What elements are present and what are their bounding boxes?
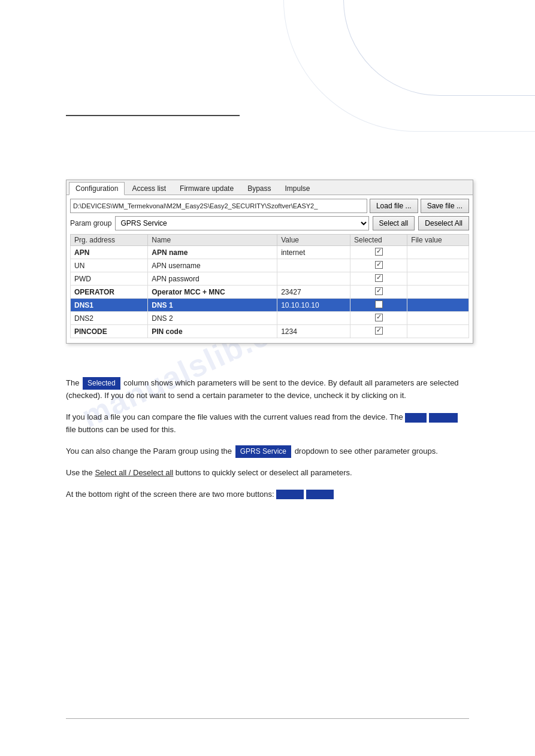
cell-selected[interactable] (350, 272, 407, 286)
cell-value: internet (277, 246, 350, 259)
cell-file-value (407, 286, 469, 299)
tab-configuration[interactable]: Configuration (69, 182, 125, 195)
table-row[interactable]: OPERATOROperator MCC + MNC23427 (71, 286, 469, 299)
read-block (276, 490, 304, 499)
cell-value: 1234 (277, 325, 350, 338)
col-header-value: Value (277, 235, 350, 246)
cell-address: DNS1 (71, 299, 148, 312)
cell-file-value (407, 312, 469, 325)
table-row[interactable]: PWDAPN password (71, 272, 469, 286)
col-header-name: Name (148, 235, 277, 246)
cell-name: Operator MCC + MNC (148, 286, 277, 299)
cell-name: APN password (148, 272, 277, 286)
select-all-button[interactable]: Select all (373, 216, 415, 230)
para5: At the bottom right of the screen there … (66, 488, 461, 501)
tab-impulse[interactable]: Impulse (278, 182, 316, 195)
tab-bypass[interactable]: Bypass (241, 182, 277, 195)
load-file-button[interactable]: Load file ... (370, 199, 418, 213)
cell-file-value (407, 325, 469, 338)
tab-bar: Configuration Access list Firmware updat… (67, 180, 473, 195)
table-row[interactable]: UNAPN username (71, 259, 469, 272)
checkbox-icon (375, 274, 383, 282)
cell-selected[interactable] (350, 286, 407, 299)
write-block (306, 490, 334, 499)
path-row: Load file ... Save file ... (70, 199, 469, 213)
decorative-arc-outer (343, 0, 535, 96)
deselect-all-button[interactable]: Deselect All (418, 216, 469, 230)
para4: Use the Select all / Deselect all button… (66, 467, 461, 479)
dialog-content: Load file ... Save file ... Param group … (67, 195, 473, 343)
para3: You can also change the Param group usin… (66, 445, 461, 458)
body-text-section: The Selected column shows which paramete… (66, 377, 461, 500)
col-header-selected: Selected (350, 235, 407, 246)
tab-access-list[interactable]: Access list (125, 182, 173, 195)
cell-address: OPERATOR (71, 286, 148, 299)
cell-selected[interactable] (350, 259, 407, 272)
cell-selected[interactable] (350, 246, 407, 259)
cell-name: APN name (148, 246, 277, 259)
gprs-block: GPRS Service (235, 445, 291, 458)
cell-name: APN username (148, 259, 277, 272)
select-all-link[interactable]: Select all / Deselect all (95, 468, 173, 477)
cell-name: DNS 1 (148, 299, 277, 312)
cell-file-value (407, 246, 469, 259)
load-block (405, 413, 427, 423)
cell-address: APN (71, 246, 148, 259)
cell-file-value (407, 299, 469, 312)
cell-selected[interactable] (350, 299, 407, 312)
param-group-row: Param group GPRS Service Select all Dese… (70, 216, 469, 230)
save-file-button[interactable]: Save file ... (421, 199, 469, 213)
cell-address: PINCODE (71, 325, 148, 338)
cell-file-value (407, 272, 469, 286)
checkbox-icon (375, 300, 383, 308)
param-group-select[interactable]: GPRS Service (115, 216, 368, 230)
col-header-prg-address: Prg. address (71, 235, 148, 246)
save-block (429, 413, 458, 423)
cell-name: DNS 2 (148, 312, 277, 325)
cell-address: DNS2 (71, 312, 148, 325)
cell-value: 23427 (277, 286, 350, 299)
para1: The Selected column shows which paramete… (66, 377, 461, 402)
checkbox-icon (375, 287, 383, 295)
bottom-horizontal-rule (66, 718, 469, 719)
para2: If you load a file you can compare the f… (66, 411, 461, 436)
cell-address: UN (71, 259, 148, 272)
cell-address: PWD (71, 272, 148, 286)
cell-selected[interactable] (350, 325, 407, 338)
col-header-file-value: File value (407, 235, 469, 246)
table-row[interactable]: PINCODEPIN code1234 (71, 325, 469, 338)
parameters-table: Prg. address Name Value Selected File va… (70, 234, 469, 338)
checkbox-icon (375, 261, 383, 269)
cell-value: 10.10.10.10 (277, 299, 350, 312)
checkbox-icon (375, 248, 383, 256)
file-path-input[interactable] (70, 199, 367, 213)
checkbox-icon (375, 314, 383, 321)
configuration-dialog: Configuration Access list Firmware updat… (66, 180, 473, 344)
selected-block: Selected (83, 377, 120, 390)
decorative-arc-inner (283, 0, 535, 132)
cell-value (277, 259, 350, 272)
table-row[interactable]: DNS2DNS 2 (71, 312, 469, 325)
cell-file-value (407, 259, 469, 272)
tab-firmware-update[interactable]: Firmware update (173, 182, 240, 195)
cell-value (277, 272, 350, 286)
param-group-label: Param group (70, 219, 111, 227)
cell-value (277, 312, 350, 325)
checkbox-icon (375, 327, 383, 335)
table-row[interactable]: APNAPN nameinternet (71, 246, 469, 259)
cell-name: PIN code (148, 325, 277, 338)
cell-selected[interactable] (350, 312, 407, 325)
top-horizontal-rule (66, 115, 240, 116)
table-row[interactable]: DNS1DNS 110.10.10.10 (71, 299, 469, 312)
